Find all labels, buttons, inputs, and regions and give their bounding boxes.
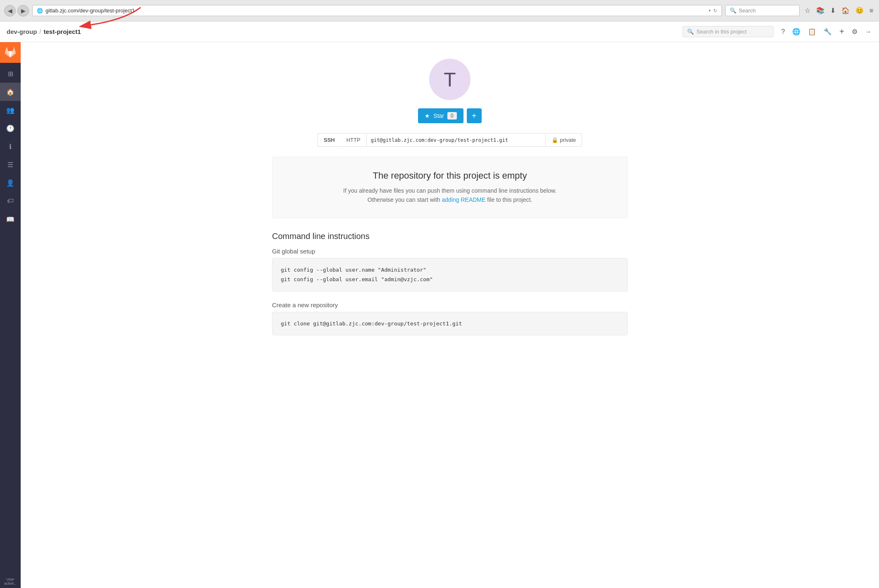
sidebar-item-list[interactable]: ☰ bbox=[0, 155, 21, 174]
sidebar-item-tags[interactable]: 🏷 bbox=[0, 192, 21, 210]
back-button[interactable]: ◀ bbox=[4, 5, 16, 17]
dropdown-icon[interactable]: ▾ bbox=[709, 8, 711, 13]
star-icon: ★ bbox=[425, 112, 430, 119]
wrench-icon[interactable]: 🔧 bbox=[823, 27, 833, 36]
empty-repo-description: If you already have files you can push t… bbox=[289, 186, 611, 205]
empty-desc-3: file to this project. bbox=[487, 196, 532, 203]
main-content: T ★ Star 0 + SSH HTTP 🔒 private bbox=[21, 42, 879, 588]
plus-nav-icon[interactable]: + bbox=[838, 26, 845, 37]
breadcrumb-separator: / bbox=[39, 28, 41, 35]
browser-search[interactable]: 🔍 Search bbox=[725, 5, 800, 16]
sidebar-item-clock[interactable]: 🕐 bbox=[0, 119, 21, 137]
address-bar[interactable]: 🌐 gitlab.zjc.com/dev-group/test-project1… bbox=[32, 5, 722, 16]
git-setup-code: git config --global user.name "Administr… bbox=[272, 258, 628, 292]
ssh-tab[interactable]: SSH bbox=[318, 133, 341, 147]
empty-desc-2: Otherwise you can start with bbox=[368, 196, 440, 203]
browser-search-placeholder: Search bbox=[739, 7, 756, 14]
adding-readme-link[interactable]: adding README bbox=[442, 196, 486, 203]
user-activity-label: Useractivit... bbox=[4, 577, 17, 586]
sidebar-item-group[interactable]: 👥 bbox=[0, 101, 21, 119]
address-text: gitlab.zjc.com/dev-group/test-project1 bbox=[45, 7, 706, 14]
globe-icon[interactable]: 🌐 bbox=[791, 27, 801, 36]
add-button[interactable]: + bbox=[467, 108, 482, 123]
nav-buttons: ◀ ▶ bbox=[4, 5, 29, 17]
breadcrumb-project: test-project1 bbox=[44, 28, 81, 35]
forward-button[interactable]: ▶ bbox=[17, 5, 29, 17]
home-browser-icon[interactable]: 🏠 bbox=[840, 6, 851, 15]
star-section: ★ Star 0 + bbox=[418, 108, 481, 123]
clone-section: SSH HTTP 🔒 private bbox=[318, 133, 582, 147]
new-repo-subsection: Create a new repository git clone git@gi… bbox=[272, 301, 628, 335]
private-badge: 🔒 private bbox=[546, 134, 582, 146]
avatar-letter: T bbox=[444, 68, 456, 91]
search-project-placeholder: Search in this project bbox=[696, 29, 746, 35]
nav-icons: ? 🌐 📋 🔧 + ⚙ → bbox=[780, 26, 872, 37]
bookmarks-list-icon[interactable]: 📚 bbox=[815, 6, 826, 15]
star-count: 0 bbox=[447, 112, 457, 120]
clipboard-icon[interactable]: 📋 bbox=[807, 27, 817, 36]
logout-icon[interactable]: → bbox=[864, 27, 872, 36]
search-icon: 🔍 bbox=[730, 7, 736, 14]
http-tab[interactable]: HTTP bbox=[341, 134, 366, 146]
browser-actions: ☆ 📚 ⬇ 🏠 😊 ≡ bbox=[803, 6, 875, 15]
app-body: ⊞ 🏠 👥 🕐 ℹ ☰ 👤 🏷 📖 ⑂ T ★ St bbox=[0, 42, 879, 588]
cli-title: Command line instructions bbox=[272, 232, 628, 241]
sidebar-item-home[interactable]: 🏠 bbox=[0, 83, 21, 101]
empty-desc-1: If you already have files you can push t… bbox=[343, 187, 557, 194]
gear-icon[interactable]: ⚙ bbox=[851, 27, 858, 36]
cli-section: Command line instructions Git global set… bbox=[272, 232, 628, 345]
git-setup-title: Git global setup bbox=[272, 248, 628, 255]
project-search[interactable]: 🔍 Search in this project bbox=[683, 26, 774, 37]
star-button[interactable]: ★ Star 0 bbox=[418, 108, 463, 123]
sidebar-item-book[interactable]: 📖 bbox=[0, 210, 21, 228]
clone-url-input[interactable] bbox=[366, 134, 546, 146]
sidebar: ⊞ 🏠 👥 🕐 ℹ ☰ 👤 🏷 📖 ⑂ bbox=[0, 42, 21, 588]
git-setup-subsection: Git global setup git config --global use… bbox=[272, 248, 628, 292]
download-icon[interactable]: ⬇ bbox=[829, 6, 837, 15]
address-icon: 🌐 bbox=[37, 8, 43, 14]
sidebar-item-members[interactable]: 👤 bbox=[0, 174, 21, 192]
breadcrumb: dev-group / test-project1 bbox=[7, 28, 81, 35]
star-label: Star bbox=[433, 112, 444, 119]
help-icon[interactable]: ? bbox=[780, 27, 786, 36]
gitlab-logo-svg bbox=[5, 47, 16, 58]
browser-chrome: ◀ ▶ 🌐 gitlab.zjc.com/dev-group/test-proj… bbox=[0, 0, 879, 22]
sidebar-item-grid[interactable]: ⊞ bbox=[0, 65, 21, 83]
git-setup-pre: git config --global user.name "Administr… bbox=[281, 265, 619, 284]
sidebar-item-info[interactable]: ℹ bbox=[0, 137, 21, 155]
empty-repo-title: The repository for this project is empty bbox=[289, 170, 611, 181]
empty-repo-notice: The repository for this project is empty… bbox=[272, 157, 628, 218]
search-project-icon: 🔍 bbox=[687, 29, 694, 35]
content-area: T ★ Star 0 + SSH HTTP 🔒 private bbox=[264, 42, 636, 362]
refresh-button[interactable]: ↻ bbox=[713, 8, 717, 14]
new-repo-pre: git clone git@gitlab.zjc.com:dev-group/t… bbox=[281, 319, 619, 328]
new-repo-title: Create a new repository bbox=[272, 301, 628, 308]
breadcrumb-group-link[interactable]: dev-group bbox=[7, 28, 37, 35]
user-icon[interactable]: 😊 bbox=[854, 6, 865, 15]
gitlab-logo[interactable] bbox=[0, 42, 21, 63]
project-avatar: T bbox=[429, 59, 471, 100]
bookmark-icon[interactable]: ☆ bbox=[803, 6, 812, 15]
top-navbar: dev-group / test-project1 🔍 Search in th… bbox=[0, 22, 879, 42]
user-activity: Useractivit... bbox=[0, 575, 21, 588]
new-repo-code: git clone git@gitlab.zjc.com:dev-group/t… bbox=[272, 312, 628, 335]
menu-icon[interactable]: ≡ bbox=[868, 6, 875, 15]
app-layout: dev-group / test-project1 🔍 Search in th… bbox=[0, 22, 879, 588]
